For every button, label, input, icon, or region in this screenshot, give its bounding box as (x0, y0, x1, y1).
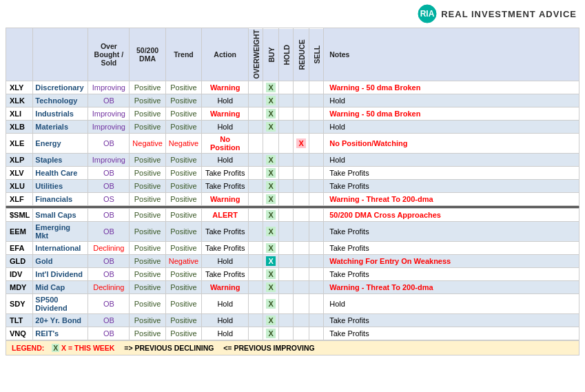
cell-sell (309, 221, 324, 241)
cell-notes: Take Profits (324, 267, 579, 280)
cell-buy: X (263, 81, 279, 94)
cell-notes: Hold (324, 293, 579, 313)
cell-reduce (294, 280, 309, 293)
cell-ob: OB (88, 327, 130, 340)
cell-sector: 20+ Yr. Bond (33, 313, 88, 327)
header: RIA REAL INVESTMENT ADVICE (0, 0, 585, 28)
cell-ticker: GLD (6, 254, 33, 267)
cell-overweight (249, 192, 263, 205)
column-headers: Over Bought / Sold 50/200 DMA Trend Acti… (6, 28, 579, 81)
cell-notes: Warning - Threat To 200-dma (324, 280, 579, 293)
cell-reduce (294, 94, 309, 107)
svg-text:RIA: RIA (420, 9, 435, 19)
cell-buy: X (263, 94, 279, 107)
cell-buy: X (263, 208, 279, 221)
cell-buy: X (263, 166, 279, 179)
cell-sell (309, 133, 324, 153)
table-row: MDY Mid Cap Declining Positive Positive … (6, 280, 579, 293)
cell-trend: Positive (165, 166, 201, 179)
cell-notes: Hold (324, 153, 579, 166)
cell-ob: OB (88, 179, 130, 192)
header-trend: Trend (165, 28, 201, 81)
cell-hold (279, 327, 294, 340)
cell-buy: X (263, 327, 279, 340)
cell-trend: Positive (165, 120, 201, 133)
header-buy: BUY (263, 28, 279, 81)
cell-trend: Positive (165, 179, 201, 192)
cell-sell (309, 267, 324, 280)
cell-dma: Positive (130, 81, 165, 94)
header-notes: Notes (324, 28, 579, 81)
cell-reduce (294, 327, 309, 340)
cell-ticker: EEM (6, 221, 33, 241)
cell-buy: X (263, 192, 279, 205)
cell-buy: X (263, 107, 279, 120)
header-reduce: REDUCE (294, 28, 309, 81)
cell-sector: Materials (33, 120, 88, 133)
table-row: EFA International Declining Positive Pos… (6, 241, 579, 254)
cell-reduce (294, 192, 309, 205)
cell-ob: Declining (88, 280, 130, 293)
cell-ob: Improving (88, 107, 130, 120)
cell-dma: Positive (130, 179, 165, 192)
cell-action: Hold (202, 313, 249, 327)
cell-hold (279, 120, 294, 133)
cell-action: Warning (202, 280, 249, 293)
logo-icon: RIA (418, 4, 437, 23)
header-sector (33, 28, 88, 81)
cell-buy: X (263, 313, 279, 327)
cell-sell (309, 192, 324, 205)
cell-dma: Positive (130, 153, 165, 166)
cell-reduce (294, 153, 309, 166)
cell-ticker: $SML (6, 208, 33, 221)
cell-overweight (249, 327, 263, 340)
header-sell: SELL (309, 28, 324, 81)
cell-notes: Warning - Threat To 200-dma (324, 192, 579, 205)
cell-action: Hold (202, 94, 249, 107)
logo: RIA REAL INVESTMENT ADVICE (418, 4, 577, 23)
cell-sector: SP500 Dividend (33, 293, 88, 313)
header-hold: HOLD (279, 28, 294, 81)
cell-sector: Industrials (33, 107, 88, 120)
cell-ticker: XLU (6, 179, 33, 192)
cell-hold (279, 94, 294, 107)
table-row: TLT 20+ Yr. Bond OB Positive Positive Ho… (6, 313, 579, 327)
cell-sector: Staples (33, 153, 88, 166)
cell-ticker: XLP (6, 153, 33, 166)
cell-buy: X (263, 241, 279, 254)
cell-buy: X (263, 293, 279, 313)
cell-dma: Positive (130, 293, 165, 313)
cell-buy: X (263, 153, 279, 166)
sector-table-body: XLY Discretionary Improving Positive Pos… (6, 81, 579, 205)
cell-sector: Int'l Dividend (33, 267, 88, 280)
cell-action: Warning (202, 81, 249, 94)
table-row: XLF Financials OS Positive Positive Warn… (6, 192, 579, 205)
cell-ticker: XLB (6, 120, 33, 133)
cell-trend: Negative (165, 133, 201, 153)
cell-buy: X (263, 267, 279, 280)
cell-ob: OB (88, 313, 130, 327)
cell-notes: Hold (324, 94, 579, 107)
cell-dma: Positive (130, 313, 165, 327)
cell-sector: Technology (33, 94, 88, 107)
cell-ob: OB (88, 293, 130, 313)
cell-sector: Discretionary (33, 81, 88, 94)
cell-reduce: X (294, 133, 309, 153)
cell-action: No Position (202, 133, 249, 153)
cell-buy: X (263, 221, 279, 241)
cell-ticker: MDY (6, 280, 33, 293)
cell-sector: Gold (33, 254, 88, 267)
cell-dma: Positive (130, 208, 165, 221)
cell-hold (279, 166, 294, 179)
cell-ob: Improving (88, 120, 130, 133)
cell-buy: X (263, 254, 279, 267)
cell-hold (279, 254, 294, 267)
cell-buy: X (263, 120, 279, 133)
cell-reduce (294, 120, 309, 133)
cell-overweight (249, 179, 263, 192)
cell-ticker: TLT (6, 313, 33, 327)
cell-sell (309, 107, 324, 120)
cell-overweight (249, 120, 263, 133)
cell-overweight (249, 166, 263, 179)
cell-sector: International (33, 241, 88, 254)
